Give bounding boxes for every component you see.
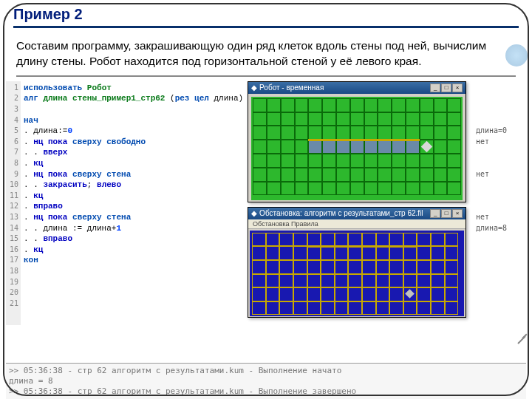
maximize-icon[interactable]: □ <box>441 209 451 218</box>
close-icon[interactable]: × <box>452 209 463 218</box>
visualizer-pane: ◆ Робот - временная _ □ × ◆ Обстановка: … <box>246 81 473 325</box>
maximize-icon[interactable]: □ <box>441 83 451 92</box>
robot-window-title: Робот - временная <box>259 83 428 92</box>
environment-window[interactable]: ◆ Обстановка: алгоритм с результатами_ст… <box>248 207 466 318</box>
app-icon: ◆ <box>251 209 257 217</box>
minimize-icon[interactable]: _ <box>430 209 440 218</box>
robot-field <box>251 97 463 200</box>
line-numbers: 123456789101112131415161718192021 <box>6 81 21 325</box>
trace-column: длина=0нет нет нетдлина=8 <box>476 81 526 325</box>
env-field <box>250 231 464 316</box>
main-content: 123456789101112131415161718192021 исполь… <box>0 81 532 325</box>
resize-handle-icon <box>511 325 528 341</box>
logo-icon <box>505 44 528 66</box>
robot-window-titlebar[interactable]: ◆ Робот - временная _ □ × <box>248 82 466 94</box>
env-window-title: Обстановка: алгоритм с результатами_стр … <box>259 209 428 217</box>
env-window-titlebar[interactable]: ◆ Обстановка: алгоритм с результатами_ст… <box>248 208 466 219</box>
output-console: >> 05:36:38 - стр 62 алгоритм с результа… <box>6 363 526 399</box>
minimize-icon[interactable]: _ <box>430 83 440 92</box>
env-menu-bar[interactable]: Обстановка Правила <box>248 219 466 229</box>
robot-window[interactable]: ◆ Робот - временная _ □ × <box>248 81 466 202</box>
close-icon[interactable]: × <box>452 83 463 92</box>
code-editor[interactable]: использовать Роботалг длина стены_пример… <box>24 81 243 325</box>
page-title: Пример 2 <box>13 6 519 28</box>
divider <box>16 75 516 77</box>
app-icon: ◆ <box>251 83 257 92</box>
task-description: Составим программу, закрашивающую один р… <box>0 33 532 74</box>
